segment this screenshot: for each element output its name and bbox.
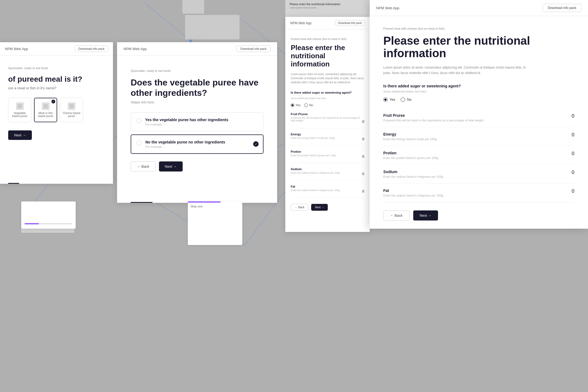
field-protien-value[interactable]: 0 — [362, 154, 364, 158]
card-vegetable-label: Vegetable based puree — [11, 112, 29, 118]
far-right-protien-hint: Enter the protien listed in grams per 10… — [383, 156, 572, 160]
progress-bar-container — [24, 223, 72, 224]
far-right-field-sodium: Sodium Enter the sodium listed in miligr… — [383, 165, 574, 183]
svg-rect-22 — [18, 104, 22, 108]
far-right-energy-value[interactable]: 0 — [572, 132, 574, 138]
far-right-protien-value[interactable]: 0 — [572, 151, 574, 157]
panel-far-right-download[interactable]: Download info pack — [543, 4, 581, 12]
panel-left-sub: ure a meat or fish in it's name? — [8, 86, 105, 90]
field-fat-value[interactable]: 0 — [362, 189, 364, 193]
cheese-icon — [68, 102, 75, 110]
svg-rect-18 — [185, 15, 240, 39]
panel-right-back-button[interactable]: ← Back — [291, 204, 308, 211]
panel-far-right-back-button[interactable]: ← Back — [383, 210, 409, 220]
panel-left-question: of pureed meal is it? — [8, 75, 105, 84]
field-sodium: Sodium Enter the sodium listed in miligr… — [291, 167, 364, 180]
card-meat[interactable]: ✓ Meat or fish based puree — [34, 98, 57, 122]
panel-center-breadcrumb: Spoonable, ready to eat foods — [131, 69, 264, 72]
field-energy-value[interactable]: 0 — [362, 137, 364, 141]
option-no-card[interactable]: No the vegetable puree no other ingredie… — [131, 134, 264, 154]
far-right-radio-no-dot — [401, 97, 405, 102]
panel-far-right: NPM Web App Download info pack Pureed me… — [370, 0, 588, 229]
panel-left-download[interactable]: Download info pack — [75, 45, 108, 52]
card-cheese-label: Cheese based puree — [62, 112, 81, 118]
far-right-fruit-value[interactable]: 0 — [572, 113, 574, 119]
card-meat-check: ✓ — [51, 100, 55, 103]
option-no-sub: For example ... — [145, 145, 225, 148]
far-right-radio-yes-dot — [383, 97, 388, 102]
panel-center-progress-line — [131, 202, 152, 203]
panel-far-right-header: NPM Web App Download info pack — [370, 0, 588, 16]
panel-center-app-name: NPM Web App — [124, 47, 147, 51]
panel-left-breadcrumb: Spoonable, ready to eat foods — [8, 66, 105, 70]
panel-left-next-button[interactable]: Next → — [8, 130, 32, 140]
panel-far-right-title: Please enter the nutritional information — [383, 35, 574, 60]
field-energy: Energy Enter the energy listed in kcals … — [291, 133, 364, 146]
panel-right-breadcrumb: Pureed meal with cheese (but no meat or … — [291, 38, 364, 41]
svg-rect-24 — [69, 104, 74, 108]
panel-right-top-bg: Please enter the nutritional information… — [285, 0, 370, 17]
panel-left: NPM Web App Download info pack Spoonable… — [0, 42, 113, 184]
far-right-fruit-name: Fruit Pruree — [383, 113, 572, 118]
panel-far-right-sweetener-label: Is there added suger or sweetening agent… — [383, 84, 574, 88]
field-fruit-value[interactable]: 0 — [362, 120, 364, 124]
field-protien: Protien Enter the protien listed in gram… — [291, 150, 364, 163]
radio-yes-label: Yes — [296, 103, 301, 107]
far-right-fat-value[interactable]: 0 — [572, 188, 574, 194]
panel-right-next-button[interactable]: Next → — [311, 204, 328, 211]
panel-left-cards: Vegetable based puree ✓ Meat or fish bas… — [8, 98, 105, 122]
option-no-radio — [137, 140, 142, 145]
panel-right-nav: ← Back Next → — [291, 204, 364, 211]
far-right-energy-name: Energy — [383, 132, 572, 136]
field-protien-name: Protien — [291, 150, 336, 153]
far-right-energy-hint: Enter the energy listed in kcals per 100… — [383, 137, 572, 141]
vegetable-icon — [16, 102, 24, 110]
far-right-fat-name: Fat — [383, 188, 572, 193]
far-right-radio-yes[interactable]: Yes — [383, 97, 395, 102]
field-energy-hint: Enter the energy listed in kcals per 100… — [291, 137, 335, 139]
field-protien-hint: Enter the protien listed in grams per 10… — [291, 154, 336, 157]
panel-far-right-sweetener-sub: Some additional helper text here. — [383, 90, 574, 93]
panel-right-radio-group: Yes No — [291, 103, 364, 107]
panel-far-right-next-button[interactable]: Next → — [413, 210, 438, 220]
svg-rect-17 — [182, 0, 204, 14]
option-yes-card[interactable]: Yes the vegetable puree has other ingred… — [131, 112, 264, 131]
panel-right-header: NPM Web App Download info pack — [285, 17, 370, 29]
option-no-title: No the vegetable puree no other ingredie… — [145, 140, 225, 144]
panel-center-download[interactable]: Download info pack — [236, 45, 271, 52]
panel-center-back-button[interactable]: ← Back — [131, 161, 156, 171]
option-yes-sub: For example ... — [145, 123, 228, 126]
panel-right-sweetener-label: Is there added suger or sweetening agent… — [291, 91, 364, 94]
panel-far-right-nav: ← Back Next → — [383, 210, 574, 220]
card-cheese[interactable]: Cheese based puree — [60, 98, 83, 122]
far-right-radio-no[interactable]: No — [401, 97, 412, 102]
far-right-radio-no-label: No — [407, 97, 412, 102]
far-right-field-protien: Protien Enter the protien listed in gram… — [383, 146, 574, 165]
field-fat: Fat Enter the sodium listed in miligrams… — [291, 185, 364, 198]
field-sodium-value[interactable]: 0 — [362, 172, 364, 176]
radio-no[interactable]: No — [304, 103, 313, 107]
panel-center-question: Does the vegetable puree have other ingr… — [131, 77, 264, 98]
far-right-sodium-name: Sodium — [383, 170, 572, 174]
field-fat-hint: Enter the sodium listed in miligrams per… — [291, 189, 340, 192]
panel-bottom-left — [21, 201, 76, 229]
option-yes-content: Yes the vegetable puree has other ingred… — [145, 118, 228, 126]
card-vegetable[interactable]: Vegetable based puree — [8, 98, 31, 122]
step-label: Step one — [188, 203, 242, 210]
far-right-sodium-hint: Enter the sodium listed in miligrams per… — [383, 175, 572, 178]
radio-yes[interactable]: Yes — [291, 103, 301, 107]
panel-right-download[interactable]: Download info pack — [335, 20, 365, 26]
field-sodium-name: Sodium — [291, 167, 340, 171]
far-right-radio-group: Yes No — [383, 97, 574, 102]
panel-right: NPM Web App Download info pack Pureed me… — [285, 17, 370, 232]
far-right-protien-name: Protien — [383, 151, 572, 155]
panel-center-nav: ← Back Next → — [131, 161, 264, 171]
panel-right-title: Please enter the nutritional information — [291, 44, 364, 68]
field-fat-name: Fat — [291, 185, 340, 188]
svg-rect-23 — [44, 104, 48, 108]
panel-far-right-breadcrumb: Pureed meal with cheese (but no meat or … — [383, 27, 574, 30]
panel-center-next-button[interactable]: Next → — [159, 161, 183, 171]
far-right-sodium-value[interactable]: 0 — [572, 170, 574, 175]
far-right-field-energy: Energy Enter the energy listed in kcals … — [383, 127, 574, 146]
radio-no-label: No — [309, 103, 313, 107]
